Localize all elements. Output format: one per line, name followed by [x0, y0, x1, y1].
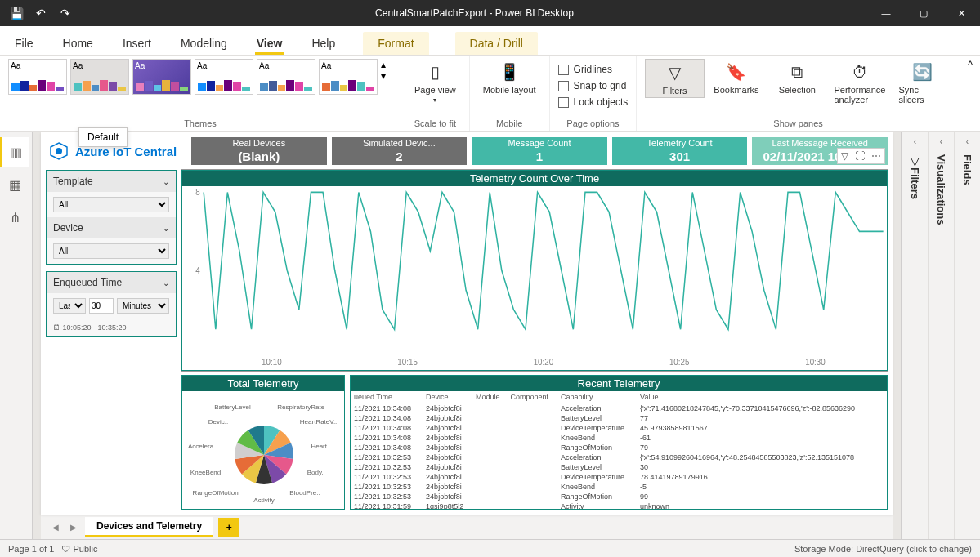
svg-text:10:25: 10:25 [669, 356, 690, 367]
show-panes-label: Show panes [645, 117, 951, 128]
theme-swatch[interactable]: Aa [8, 59, 67, 95]
visual-filter-icon[interactable]: ▽ [839, 150, 850, 162]
redo-icon[interactable]: ↷ [54, 2, 77, 25]
tab-help[interactable]: Help [310, 32, 337, 55]
gauge-icon: ⏱ [848, 60, 871, 83]
save-icon[interactable]: 💾 [5, 2, 28, 25]
table-row[interactable]: 11/2021 10:31:591qsi9p8t5l2Activityunkno… [351, 501, 887, 510]
svg-text:Heart..: Heart.. [311, 443, 330, 450]
chevron-left-icon: ‹ [966, 137, 969, 146]
table-row[interactable]: 11/2021 10:32:5324bjobtcf8iRangeOfMotion… [351, 492, 887, 501]
table-row[interactable]: 11/2021 10:34:0824bjobtcf8iKneeBend-61 [351, 433, 887, 443]
pie-chart-visual[interactable]: Total Telemetry RespiratoryRateHeartRate… [181, 375, 345, 510]
sheet-nav-next[interactable]: ▶ [67, 523, 80, 532]
tab-format[interactable]: Format [363, 32, 428, 55]
table-row[interactable]: 11/2021 10:34:0824bjobtcf8iAcceleration{… [351, 403, 887, 414]
data-view-icon[interactable]: ▦ [0, 170, 29, 199]
gridlines-checkbox[interactable]: Gridlines [558, 62, 612, 77]
pie-title: Total Telemetry [182, 376, 344, 391]
sheet-tab[interactable]: Devices and Telemetry [85, 517, 213, 537]
svg-text:Devic..: Devic.. [208, 418, 228, 426]
tab-modeling[interactable]: Modeling [179, 32, 229, 55]
sync-slicers-button[interactable]: 🔄Sync slicers [893, 59, 951, 106]
slicer-template-device[interactable]: Template⌄ All Device⌄ All [46, 170, 177, 265]
template-select[interactable]: All [53, 197, 169, 212]
chevron-left-icon: ‹ [914, 137, 916, 146]
tab-file[interactable]: File [13, 32, 35, 55]
snap-to-grid-checkbox[interactable]: Snap to grid [558, 78, 627, 93]
bookmarks-pane-button[interactable]: 🔖Bookmarks [708, 59, 765, 96]
ribbon: Aa Aa Aa Aa Aa Aa ▴▾ Themes ▯Page view▾ … [0, 56, 980, 132]
report-canvas[interactable]: Azure IoT Central Real Devices(Blank) Si… [41, 132, 893, 515]
theme-swatch[interactable]: Aa [319, 59, 378, 95]
add-sheet-button[interactable]: + [218, 518, 239, 537]
maximize-button[interactable]: ▢ [905, 0, 942, 26]
relative-number-input[interactable] [89, 298, 114, 314]
report-view-icon[interactable]: ▥ [0, 137, 29, 167]
chevron-down-icon[interactable]: ⌄ [163, 278, 169, 287]
chart-title: Telemetry Count Over Time [182, 171, 887, 186]
chevron-down-icon[interactable]: ⌄ [163, 224, 169, 233]
lock-objects-checkbox[interactable]: Lock objects [558, 95, 629, 109]
mobile-icon: 📱 [498, 60, 521, 83]
chevron-down-icon[interactable]: ⌄ [163, 177, 169, 186]
ribbon-collapse-button[interactable]: ^ [960, 56, 980, 131]
card-telemetry-count[interactable]: Telemetry Count301 [612, 137, 748, 165]
svg-text:Body..: Body.. [307, 469, 325, 476]
sheet-nav-prev[interactable]: ◀ [49, 523, 62, 532]
minimize-button[interactable]: — [867, 0, 905, 26]
line-chart-svg: 4810:1010:1510:2010:2510:30 [182, 186, 887, 369]
theme-swatch[interactable]: Aa [195, 59, 253, 95]
table-row[interactable]: 11/2021 10:34:0824bjobtcf8iDeviceTempera… [351, 423, 887, 433]
storage-mode[interactable]: Storage Mode: DirectQuery (click to chan… [794, 544, 972, 554]
table-row[interactable]: 11/2021 10:32:5324bjobtcf8iBatteryLevel3… [351, 462, 887, 472]
line-chart-visual[interactable]: ▽ ⛶ ⋯ Telemetry Count Over Time 4810:101… [181, 170, 888, 371]
slicer-panel: Template⌄ All Device⌄ All Enqueued Time⌄… [46, 170, 177, 344]
visual-more-icon[interactable]: ⋯ [870, 150, 883, 162]
model-view-icon[interactable]: ⋔ [0, 203, 29, 232]
report-header: Azure IoT Central Real Devices(Blank) Si… [46, 137, 888, 165]
slicer-enqueued-time[interactable]: Enqueued Time⌄ Last Minutes 🗓 10:05:20 -… [46, 271, 177, 337]
table-row[interactable]: 11/2021 10:32:5324bjobtcf8iDeviceTempera… [351, 472, 887, 482]
theme-swatch[interactable]: Aa [257, 59, 315, 95]
relative-unit-select[interactable]: Minutes [117, 298, 169, 314]
selection-pane-button[interactable]: ⧉Selection [768, 59, 826, 96]
performance-analyzer-button[interactable]: ⏱Performance analyzer [829, 59, 890, 106]
theme-swatch[interactable]: Aa [70, 59, 129, 95]
azure-iot-icon [49, 141, 69, 161]
filters-pane[interactable]: ‹▽Filters [902, 132, 928, 539]
telemetry-table: ueued TimeDeviceModuleComponentCapabilit… [351, 391, 887, 510]
view-switcher: ▥ ▦ ⋔ [0, 132, 33, 539]
visual-focus-icon[interactable]: ⛶ [853, 150, 866, 162]
sensitivity-label[interactable]: Public [74, 544, 98, 554]
card-message-count[interactable]: Message Count1 [472, 137, 607, 165]
tab-view[interactable]: View [255, 32, 284, 55]
theme-swatch[interactable]: Aa [132, 59, 191, 95]
card-real-devices[interactable]: Real Devices(Blank) [191, 137, 327, 165]
table-visual[interactable]: Recent Telemetry ueued TimeDeviceModuleC… [350, 375, 888, 510]
visualizations-pane[interactable]: ‹Visualizations [928, 132, 954, 539]
undo-icon[interactable]: ↶ [29, 2, 52, 25]
table-row[interactable]: 11/2021 10:32:5324bjobtcf8iAcceleration{… [351, 452, 887, 462]
table-row[interactable]: 11/2021 10:32:5324bjobtcf8iKneeBend-5 [351, 482, 887, 492]
page-view-button[interactable]: ▯Page view▾ [409, 59, 461, 105]
status-bar: Page 1 of 1 🛡 Public Storage Mode: Direc… [0, 539, 980, 557]
svg-point-1 [56, 148, 62, 154]
filters-pane-button[interactable]: ▽Filters [645, 59, 704, 98]
table-row[interactable]: 11/2021 10:34:0824bjobtcf8iRangeOfMotion… [351, 443, 887, 452]
svg-text:BatteryLevel: BatteryLevel [214, 403, 251, 411]
svg-text:8: 8 [195, 187, 200, 198]
tab-data-drill[interactable]: Data / Drill [455, 32, 538, 55]
card-simulated-devices[interactable]: Simulated Devic...2 [332, 137, 468, 165]
fields-pane[interactable]: ‹Fields [954, 132, 980, 539]
mobile-layout-button[interactable]: 📱Mobile layout [478, 59, 541, 96]
close-button[interactable]: ✕ [942, 0, 980, 26]
table-row[interactable]: 11/2021 10:34:0824bjobtcf8iBatteryLevel7… [351, 413, 887, 423]
theme-gallery-more[interactable]: ▴▾ [381, 59, 392, 82]
tab-home[interactable]: Home [61, 32, 95, 55]
tab-insert[interactable]: Insert [121, 32, 153, 55]
device-select[interactable]: All [53, 243, 169, 259]
relative-last-select[interactable]: Last [53, 298, 86, 314]
bookmark-icon: 🔖 [725, 60, 748, 83]
menu-bar: File Home Insert Modeling View Help Form… [0, 26, 980, 56]
